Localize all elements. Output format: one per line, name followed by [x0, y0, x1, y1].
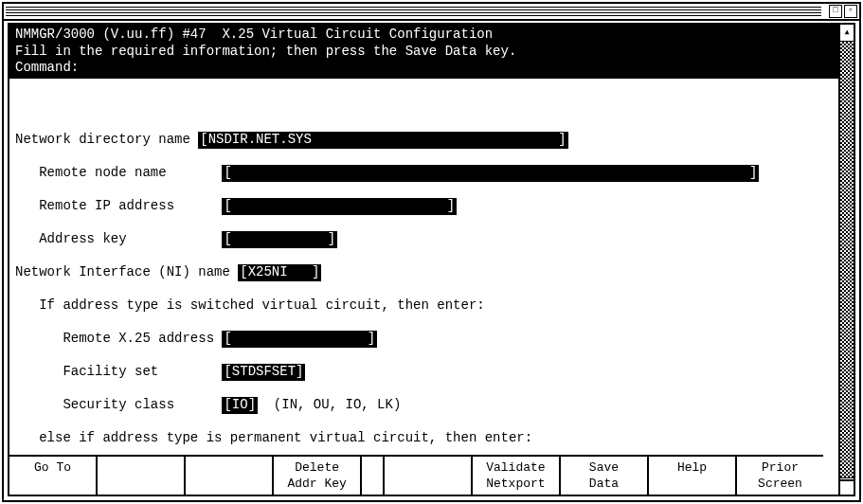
addr-key-label: Address key: [15, 231, 222, 246]
command-prompt[interactable]: Command:: [15, 60, 833, 77]
scroll-track[interactable]: [840, 42, 854, 477]
screen-header: NMMGR/3000 (V.uu.ff) #47 X.25 Virtual Ci…: [9, 25, 838, 79]
softkey-f3[interactable]: [186, 457, 274, 495]
softkey-delete-addr-key[interactable]: DeleteAddr Key: [274, 457, 362, 495]
window-titlebar: □ ▫: [4, 4, 859, 21]
window-button-2[interactable]: ▫: [844, 5, 857, 18]
facility-label: Facility set: [15, 364, 222, 379]
netdir-label: Network directory name: [15, 132, 198, 147]
softkey-bar: Go To DeleteAddr Key ValidateNetxport Sa…: [9, 455, 823, 495]
terminal-window: □ ▫ NMMGR/3000 (V.uu.ff) #47 X.25 Virtua…: [2, 2, 861, 502]
softkey-f5[interactable]: [385, 457, 473, 495]
window-button-1[interactable]: □: [829, 5, 842, 18]
header-instruction: Fill in the required information; then p…: [15, 44, 833, 61]
window-inner: NMMGR/3000 (V.uu.ff) #47 X.25 Virtual Ci…: [8, 23, 855, 496]
remote-ip-field[interactable]: [ ]: [222, 198, 457, 215]
header-title: NMMGR/3000 (V.uu.ff) #47 X.25 Virtual Ci…: [15, 27, 833, 44]
softkey-help[interactable]: Help: [649, 457, 737, 495]
remote-x25-field[interactable]: [ ]: [222, 331, 377, 348]
softkey-goto[interactable]: Go To: [9, 457, 98, 495]
form-body: Network directory name [NSDIR.NET.SYS ] …: [9, 79, 838, 456]
content-pane: NMMGR/3000 (V.uu.ff) #47 X.25 Virtual Ci…: [9, 25, 838, 495]
facility-field[interactable]: [STDSFSET]: [222, 364, 305, 381]
softkey-validate-netxport[interactable]: ValidateNetxport: [473, 457, 561, 495]
netdir-field[interactable]: [NSDIR.NET.SYS ]: [198, 132, 567, 149]
pvc-intro: else if address type is permanent virtua…: [15, 430, 833, 447]
addr-key-field[interactable]: [ ]: [222, 231, 337, 248]
security-field[interactable]: [IO]: [222, 397, 258, 414]
softkey-prior-screen[interactable]: PriorScreen: [737, 457, 823, 495]
remote-node-label: Remote node name: [15, 165, 222, 180]
resize-handle[interactable]: [838, 479, 854, 495]
security-hint: (IN, OU, IO, LK): [258, 397, 401, 412]
remote-ip-label: Remote IP address: [15, 198, 222, 213]
ni-label: Network Interface (NI) name: [15, 264, 238, 279]
softkey-save-data[interactable]: SaveData: [561, 457, 649, 495]
remote-x25-label: Remote X.25 address: [15, 331, 222, 346]
vertical-scrollbar[interactable]: ▴ ▾: [838, 25, 854, 495]
ni-field[interactable]: [X25NI ]: [238, 264, 321, 281]
scroll-up-icon[interactable]: ▴: [840, 25, 854, 42]
softkey-f2[interactable]: [98, 457, 186, 495]
svc-intro: If address type is switched virtual circ…: [15, 297, 833, 315]
softkey-gap: [362, 457, 385, 495]
remote-node-field[interactable]: [ ]: [222, 165, 759, 182]
security-label: Security class: [15, 397, 222, 412]
titlebar-texture: [6, 7, 821, 16]
main-area: NMMGR/3000 (V.uu.ff) #47 X.25 Virtual Ci…: [9, 25, 838, 455]
